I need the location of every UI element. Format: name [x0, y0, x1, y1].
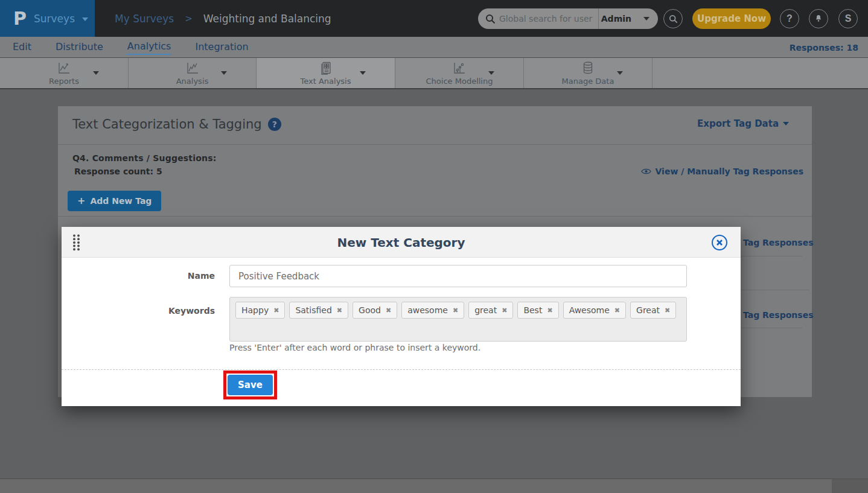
new-text-category-modal: New Text Category Name Keywords Happy Sa… [62, 227, 741, 406]
nav-item-integration[interactable]: Integration [194, 40, 249, 54]
database-icon [580, 61, 596, 75]
surveys-menu[interactable]: P Surveys [0, 0, 95, 37]
remove-keyword-icon[interactable] [386, 307, 391, 314]
global-search: Admin [478, 8, 658, 29]
chevron-down-icon[interactable] [488, 71, 494, 75]
tab-analysis[interactable]: Analysis [129, 58, 257, 88]
breadcrumb-survey-name: Weighting and Balancing [203, 13, 331, 25]
save-highlight-annotation: Save [223, 371, 277, 399]
breadcrumb-my-surveys[interactable]: My Surveys [115, 13, 174, 25]
tab-label: Text Analysis [301, 77, 351, 86]
save-button[interactable]: Save [228, 375, 273, 395]
keyword-tag: Happy [235, 302, 285, 319]
keyword-tag: Good [353, 302, 397, 319]
close-icon [716, 239, 723, 246]
page-title-text: Text Categorization & Tagging [72, 117, 262, 132]
add-new-tag-label: Add New Tag [90, 196, 152, 206]
keyword-tag: Satisfied [289, 302, 348, 319]
search-input[interactable] [496, 14, 598, 24]
remove-keyword-icon[interactable] [614, 307, 620, 314]
breadcrumb-separator-icon: > [185, 13, 193, 24]
search-button[interactable] [663, 9, 683, 28]
document-grid-icon [318, 61, 334, 75]
keyword-text: Good [359, 305, 381, 315]
remove-keyword-icon[interactable] [502, 307, 507, 314]
question-block: Q4. Comments / Suggestions: Response cou… [72, 153, 217, 176]
avatar-initial: S [845, 13, 852, 24]
footer-corner [832, 479, 868, 493]
tab-text-analysis[interactable]: Text Analysis [257, 58, 395, 88]
chevron-down-icon [783, 122, 789, 126]
scatter-chart-icon [452, 61, 467, 75]
chevron-down-icon[interactable] [617, 71, 623, 75]
tab-manage-data[interactable]: Manage Data [524, 58, 653, 88]
keyword-text: great [474, 305, 497, 315]
question-label: Q4. Comments / Suggestions: [72, 153, 217, 163]
breadcrumb: My Surveys > Weighting and Balancing [115, 0, 331, 37]
top-navbar: P Surveys My Surveys > Weighting and Bal… [0, 0, 868, 37]
keyword-text: Best [523, 305, 542, 315]
keywords-field-label: Keywords [62, 306, 215, 316]
bell-icon [814, 14, 823, 24]
modal-header: New Text Category [62, 227, 741, 258]
tag-responses-link[interactable]: Tag Responses [743, 238, 813, 247]
export-tag-data-dropdown[interactable]: Export Tag Data [697, 118, 789, 129]
keywords-input-box[interactable]: Happy Satisfied Good awesome great Best … [229, 297, 687, 342]
view-manually-tag-label: View / Manually Tag Responses [656, 167, 804, 176]
responses-count: Responses: 18 [790, 37, 858, 58]
divider [58, 216, 812, 217]
page-footer [0, 479, 868, 493]
add-new-tag-button[interactable]: + Add New Tag [68, 191, 161, 211]
chevron-down-icon [82, 17, 88, 21]
remove-keyword-icon[interactable] [547, 307, 552, 314]
chevron-down-icon[interactable] [93, 71, 99, 75]
tab-reports[interactable]: Reports [0, 58, 129, 88]
page-root: P Surveys My Surveys > Weighting and Bal… [0, 0, 868, 493]
nav-item-edit[interactable]: Edit [12, 40, 32, 54]
keyword-text: Awesome [569, 305, 610, 315]
eye-icon [641, 168, 651, 175]
question-mark-icon: ? [787, 13, 793, 24]
remove-keyword-icon[interactable] [453, 307, 458, 314]
export-tag-data-label: Export Tag Data [697, 118, 779, 129]
chevron-down-icon[interactable] [643, 17, 649, 21]
account-avatar[interactable]: S [838, 9, 858, 28]
divider [62, 369, 741, 370]
nav-item-analytics[interactable]: Analytics [127, 39, 172, 55]
tab-label: Choice Modelling [426, 77, 493, 86]
view-manually-tag-link[interactable]: View / Manually Tag Responses [641, 167, 804, 176]
keyword-tag: Best [517, 302, 558, 319]
help-button[interactable]: ? [780, 9, 799, 28]
search-icon [669, 14, 678, 24]
keyword-tag: great [468, 302, 513, 319]
notifications-button[interactable] [809, 9, 828, 28]
remove-keyword-icon[interactable] [273, 307, 279, 314]
card-header: Text Categorization & Tagging ? Export T… [58, 106, 812, 145]
chevron-down-icon[interactable] [221, 71, 227, 75]
area-chart-icon [185, 61, 200, 75]
close-button[interactable] [712, 235, 727, 250]
keywords-helper-text: Press 'Enter' after each word or phrase … [229, 343, 480, 352]
name-field-label: Name [62, 271, 215, 281]
tab-choice-modelling[interactable]: Choice Modelling [395, 58, 524, 88]
keyword-tag: Awesome [563, 302, 626, 319]
remove-keyword-icon[interactable] [337, 307, 342, 314]
search-scope-selector[interactable]: Admin [599, 14, 637, 24]
chevron-down-icon[interactable] [360, 71, 366, 75]
tab-label: Analysis [176, 77, 209, 86]
page-title: Text Categorization & Tagging ? [72, 117, 281, 132]
category-name-input[interactable] [229, 265, 687, 287]
upgrade-now-button[interactable]: Upgrade Now [692, 8, 771, 29]
analytics-toolbar: Reports Analysis Text Analysis [0, 58, 868, 89]
tab-label: Reports [49, 77, 79, 86]
nav-item-distribute[interactable]: Distribute [55, 40, 104, 54]
response-count-label: Response count: 5 [72, 167, 217, 176]
tab-label: Manage Data [562, 77, 614, 86]
help-icon[interactable]: ? [268, 118, 281, 131]
remove-keyword-icon[interactable] [665, 307, 670, 314]
keyword-tag: Great [630, 302, 676, 319]
keyword-text: Happy [241, 305, 269, 315]
survey-section-nav: Edit Distribute Analytics Integration Re… [0, 37, 868, 58]
modal-title: New Text Category [62, 227, 741, 258]
tag-responses-link[interactable]: Tag Responses [743, 310, 813, 320]
